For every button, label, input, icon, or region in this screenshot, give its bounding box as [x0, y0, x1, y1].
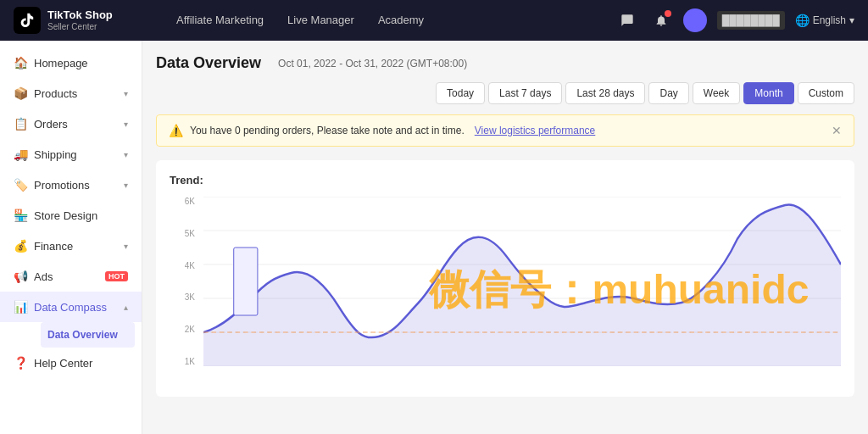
chart-area	[203, 197, 841, 366]
chart-wrapper: 6K 5K 4K 3K 2K 1K	[170, 197, 841, 383]
store-design-icon: 🏪	[14, 209, 27, 222]
chevron-icon-orders: ▾	[124, 120, 128, 129]
sidebar-item-ads[interactable]: 📢 Ads HOT	[0, 261, 142, 292]
y-label-3k: 3K	[185, 292, 195, 302]
sidebar-item-finance[interactable]: 💰 Finance ▾	[0, 231, 142, 261]
chevron-icon-finance: ▾	[124, 242, 128, 251]
nav-live-manager[interactable]: Live Manager	[287, 10, 354, 31]
alert-banner: ⚠️ You have 0 pending orders, Please tak…	[156, 114, 854, 147]
btn-day[interactable]: Day	[648, 82, 688, 104]
sidebar-subitem-data-overview[interactable]: Data Overview	[41, 322, 135, 348]
alert-close-button[interactable]: ✕	[832, 124, 842, 137]
nav-links: Affiliate Marketing Live Manager Academy	[176, 10, 588, 31]
hot-badge: HOT	[105, 271, 128, 281]
user-name-display: ████████	[717, 11, 785, 30]
alert-text: You have 0 pending orders, Please take n…	[190, 125, 465, 136]
globe-icon: 🌐	[795, 14, 810, 27]
date-range: Oct 01, 2022 - Oct 31, 2022 (GMT+08:00)	[278, 58, 467, 70]
overview-header: Data Overview Oct 01, 2022 - Oct 31, 202…	[156, 54, 854, 104]
orders-icon: 📋	[14, 117, 27, 131]
shipping-icon: 🚚	[14, 147, 27, 161]
language-selector[interactable]: 🌐 English ▾	[795, 14, 854, 27]
logo-text: TikTok Shop Seller Center	[47, 8, 113, 32]
chevron-icon-promotions: ▾	[124, 181, 128, 190]
sidebar-item-shipping[interactable]: 🚚 Shipping ▾	[0, 139, 142, 170]
btn-week[interactable]: Week	[693, 82, 740, 104]
ads-icon: 📢	[14, 270, 27, 283]
btn-last7days[interactable]: Last 7 days	[488, 82, 562, 104]
help-icon: ❓	[14, 356, 27, 370]
sidebar-item-products[interactable]: 📦 Products ▾	[0, 78, 142, 108]
messages-icon[interactable]	[615, 8, 639, 32]
sidebar-item-promotions[interactable]: 🏷️ Promotions ▾	[0, 170, 142, 200]
chevron-icon: ▾	[124, 89, 128, 98]
data-compass-submenu: Data Overview	[0, 322, 142, 348]
chart-bar-indicator	[234, 248, 258, 315]
btn-last28days[interactable]: Last 28 days	[565, 82, 645, 104]
home-icon: 🏠	[14, 56, 27, 70]
chart-y-axis: 6K 5K 4K 3K 2K 1K	[170, 197, 200, 366]
y-label-6k: 6K	[185, 197, 195, 206]
notification-badge	[665, 10, 671, 17]
alert-link[interactable]: View logistics performance	[475, 125, 596, 136]
time-filter-buttons: Today Last 7 days Last 28 days Day Week …	[436, 82, 854, 104]
finance-icon: 💰	[14, 239, 27, 253]
btn-custom[interactable]: Custom	[798, 82, 854, 104]
y-label-5k: 5K	[185, 229, 195, 238]
nav-affiliate-marketing[interactable]: Affiliate Marketing	[176, 10, 264, 31]
warning-icon: ⚠️	[169, 124, 183, 137]
logo-area: TikTok Shop Seller Center	[14, 7, 149, 34]
chart-title: Trend:	[170, 174, 841, 186]
btn-month[interactable]: Month	[743, 82, 793, 104]
btn-today[interactable]: Today	[436, 82, 485, 104]
sidebar-item-homepage[interactable]: 🏠 Homepage	[0, 47, 142, 78]
top-navbar: TikTok Shop Seller Center Affiliate Mark…	[0, 0, 868, 41]
page-title: Data Overview	[156, 54, 261, 72]
sidebar-item-store-design[interactable]: 🏪 Store Design	[0, 200, 142, 231]
y-label-4k: 4K	[185, 261, 195, 270]
trend-chart-svg	[203, 197, 841, 366]
main-layout: 🏠 Homepage 📦 Products ▾ 📋 Orders ▾ 🚚 Shi…	[0, 41, 868, 434]
y-label-1k: 1K	[185, 357, 195, 366]
y-label-2k: 2K	[185, 325, 195, 334]
main-content: Data Overview Oct 01, 2022 - Oct 31, 202…	[142, 41, 868, 434]
chevron-icon-shipping: ▾	[124, 150, 128, 159]
sidebar-item-data-compass[interactable]: 📊 Data Compass ▴	[0, 292, 142, 322]
notifications-icon[interactable]	[649, 8, 673, 32]
tiktok-logo-icon	[14, 7, 41, 34]
chevron-down-icon: ▾	[849, 14, 854, 26]
sidebar-item-orders[interactable]: 📋 Orders ▾	[0, 108, 142, 139]
promotions-icon: 🏷️	[14, 178, 27, 192]
data-compass-icon: 📊	[14, 300, 27, 314]
user-avatar[interactable]	[683, 8, 707, 32]
chart-section: Trend: 6K 5K 4K 3K 2K 1K	[156, 160, 854, 397]
sidebar: 🏠 Homepage 📦 Products ▾ 📋 Orders ▾ 🚚 Shi…	[0, 41, 142, 434]
chevron-icon-data-compass: ▴	[124, 303, 128, 312]
products-icon: 📦	[14, 86, 27, 100]
nav-right: ████████ 🌐 English ▾	[615, 8, 854, 32]
sidebar-item-help-center[interactable]: ❓ Help Center	[0, 348, 142, 378]
nav-academy[interactable]: Academy	[378, 10, 424, 31]
